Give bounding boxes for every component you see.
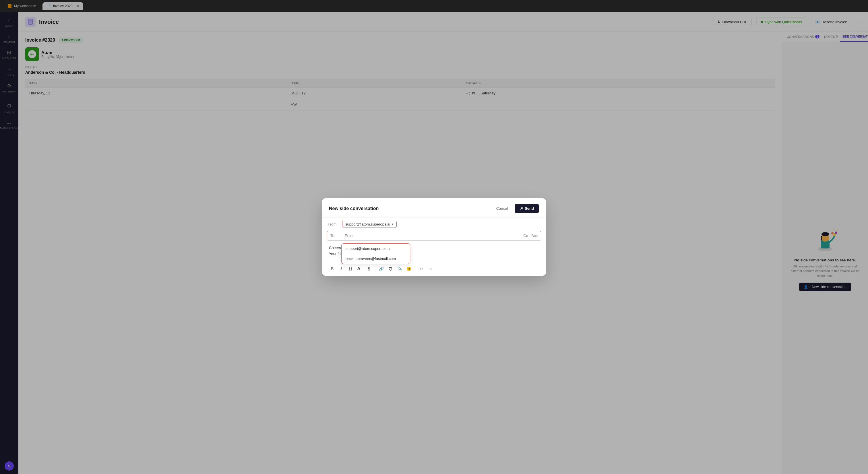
bold-button[interactable]: B — [328, 265, 336, 273]
to-label: To: — [330, 233, 345, 238]
attachment-button[interactable]: 📎 — [395, 265, 404, 273]
from-email: support@atom.superops.ai — [345, 222, 390, 226]
modal-overlay[interactable]: New side conversation Cancel ↗ Send From… — [0, 0, 868, 474]
italic-button[interactable]: I — [337, 265, 346, 273]
modal-header-actions: Cancel ↗ Send — [492, 204, 539, 213]
from-field[interactable]: support@atom.superops.ai ▾ — [342, 221, 397, 228]
font-size-button[interactable]: A‥ — [355, 265, 364, 273]
send-button[interactable]: ↗ Send — [515, 204, 539, 213]
to-row: To: Cc Bcc support@atom.superops.ai beck… — [327, 231, 541, 241]
from-label: From — [328, 222, 342, 226]
emoji-button[interactable]: 🙂 — [404, 265, 413, 273]
chevron-down-icon: ▾ — [392, 222, 394, 226]
send-label: Send — [525, 206, 534, 211]
send-icon: ↗ — [520, 206, 523, 211]
redo-button[interactable]: ↪ — [426, 265, 435, 273]
modal-header: New side conversation Cancel ↗ Send — [322, 198, 546, 218]
paragraph-button[interactable]: ¶ — [365, 265, 373, 273]
cc-button[interactable]: Cc — [523, 233, 528, 238]
underline-button[interactable]: U — [346, 265, 355, 273]
image-button[interactable]: 🖼 — [386, 265, 395, 273]
to-input[interactable] — [345, 233, 523, 238]
undo-button[interactable]: ↩ — [417, 265, 425, 273]
cancel-button[interactable]: Cancel — [492, 204, 512, 212]
link-button[interactable]: 🔗 — [377, 265, 385, 273]
from-row: From support@atom.superops.ai ▾ — [322, 218, 546, 231]
dropdown-item-support[interactable]: support@atom.superops.ai — [342, 244, 410, 254]
modal-body: From support@atom.superops.ai ▾ To: Cc B… — [322, 218, 546, 276]
modal-title: New side conversation — [329, 206, 379, 211]
dropdown-item-beckon[interactable]: beckonpraveen@fastmail.com — [342, 254, 410, 264]
toolbar-divider-2 — [415, 266, 415, 272]
bcc-button[interactable]: Bcc — [531, 233, 538, 238]
new-side-conversation-modal: New side conversation Cancel ↗ Send From… — [322, 198, 546, 276]
email-dropdown: support@atom.superops.ai beckonpraveen@f… — [341, 243, 410, 264]
